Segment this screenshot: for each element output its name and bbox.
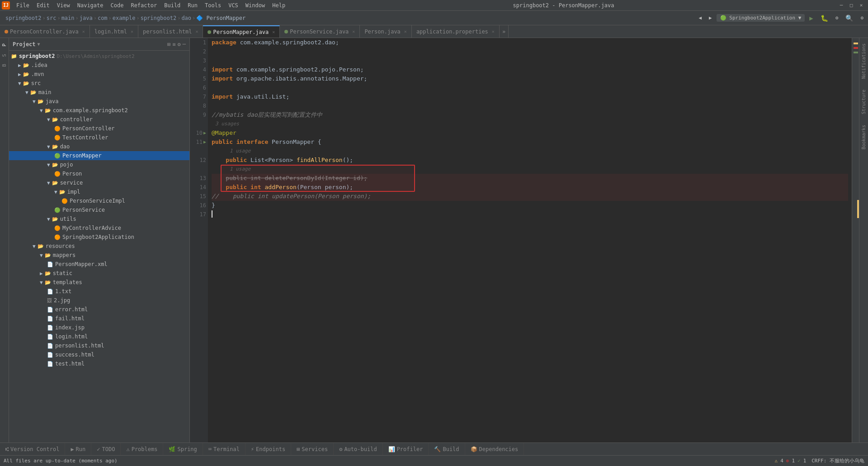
menu-window[interactable]: Window xyxy=(242,1,269,10)
settings-button[interactable]: ⚙ xyxy=(858,14,866,22)
tab-personlist-html[interactable]: personlist.html ✕ xyxy=(138,25,203,38)
tree-mvn[interactable]: ▶ 📂 .mvn xyxy=(9,70,189,79)
toolbar-back-button[interactable]: ◀ xyxy=(696,14,704,22)
tree-1-txt[interactable]: 📄 1.txt xyxy=(9,287,189,296)
tree-my-controller-advice[interactable]: 🟠 MyControllerAdvice xyxy=(9,223,189,233)
tree-com-example-springboot2[interactable]: ▼ 📂 com.example.springboot2 xyxy=(9,106,189,115)
sync-icon[interactable]: ⊞ xyxy=(167,41,170,48)
tab-close-icon[interactable]: ✕ xyxy=(195,29,198,34)
menu-refactor[interactable]: Refactor xyxy=(127,1,160,10)
tree-main[interactable]: ▼ 📂 main xyxy=(9,88,189,97)
sidebar-bookmarks-icon[interactable]: B xyxy=(0,60,8,71)
bottom-tab-auto-build[interactable]: ⚙ Auto-build xyxy=(334,443,382,455)
bottom-tab-run[interactable]: ▶ Run xyxy=(65,443,91,455)
tree-mappers[interactable]: ▼ 📂 mappers xyxy=(9,251,189,260)
tree-templates[interactable]: ▼ 📂 templates xyxy=(9,278,189,287)
tab-application-properties[interactable]: application.properties ✕ xyxy=(412,25,500,38)
tab-person-controller[interactable]: PersonController.java ✕ xyxy=(0,25,90,38)
bottom-tab-services[interactable]: ⊞ Services xyxy=(291,443,334,455)
tree-person-mapper[interactable]: 🟢 PersonMapper xyxy=(9,151,189,160)
tree-personlist-html[interactable]: 📄 personlist.html xyxy=(9,341,189,350)
menu-file[interactable]: File xyxy=(13,1,33,10)
tree-impl[interactable]: ▼ 📂 impl xyxy=(9,187,189,196)
bottom-tab-todo[interactable]: ✓ TODO xyxy=(91,443,121,455)
tree-controller[interactable]: ▼ 📂 controller xyxy=(9,115,189,124)
breadcrumb-dao[interactable]: dao xyxy=(181,15,191,21)
bottom-tab-version-control[interactable]: ⑆ Version Control xyxy=(0,443,65,455)
bottom-tab-terminal[interactable]: ⌨ Terminal xyxy=(203,443,245,455)
toolbar-forward-button[interactable]: ▶ xyxy=(706,14,715,22)
menu-run[interactable]: Run xyxy=(184,1,201,10)
tree-idea[interactable]: ▶ 📂 .idea xyxy=(9,61,189,70)
code-editor[interactable]: package com.example.springboot2.dao; imp… xyxy=(208,38,852,442)
panel-minimize-icon[interactable]: ─ xyxy=(183,41,186,48)
breadcrumb-project[interactable]: springboot2 xyxy=(5,15,41,21)
menu-edit[interactable]: Edit xyxy=(33,1,53,10)
tree-test-html[interactable]: 📄 test.html xyxy=(9,359,189,368)
run-config-dropdown[interactable]: 🟢 Springboot2Application ▼ xyxy=(717,14,805,22)
minimize-button[interactable]: ─ xyxy=(838,2,844,9)
toolbar-more-buttons[interactable]: ⚙ xyxy=(833,14,841,22)
bottom-tab-dependencies[interactable]: 📦 Dependencies xyxy=(465,443,524,455)
tree-login-html[interactable]: 📄 login.html xyxy=(9,332,189,341)
tree-person-service[interactable]: 🟢 PersonService xyxy=(9,205,189,214)
tab-close-icon[interactable]: ✕ xyxy=(131,29,133,34)
tree-index-jsp[interactable]: 📄 index.jsp xyxy=(9,323,189,332)
menu-code[interactable]: Code xyxy=(107,1,127,10)
error-indicators[interactable]: ⚠ 4 ⊗ 1 ✓ 1 xyxy=(775,458,807,464)
collapse-all-icon[interactable]: ≡ xyxy=(172,41,175,48)
breadcrumb-com[interactable]: com xyxy=(98,15,108,21)
bottom-tab-profiler[interactable]: 📊 Profiler xyxy=(383,443,429,455)
sidebar-structure-icon[interactable]: S xyxy=(0,50,8,61)
breadcrumb-java[interactable]: java xyxy=(80,15,93,21)
tab-close-icon[interactable]: ✕ xyxy=(82,29,85,34)
tab-close-icon[interactable]: ✕ xyxy=(352,29,355,34)
tree-java[interactable]: ▼ 📂 java xyxy=(9,97,189,106)
menu-navigate[interactable]: Navigate xyxy=(74,1,107,10)
bottom-tab-endpoints[interactable]: ⚡ Endpoints xyxy=(245,443,291,455)
tree-pojo[interactable]: ▼ 📂 pojo xyxy=(9,160,189,169)
bottom-tab-problems[interactable]: ⚠ Problems xyxy=(121,443,163,455)
tree-static[interactable]: ▶ 📂 static xyxy=(9,269,189,278)
structure-icon[interactable]: Structure xyxy=(860,86,867,118)
menu-vcs[interactable]: VCS xyxy=(225,1,242,10)
search-button[interactable]: 🔍 xyxy=(843,14,856,23)
tab-close-icon[interactable]: ✕ xyxy=(492,29,495,34)
notification-icon[interactable]: Notifications xyxy=(860,40,867,82)
tree-springboot2-application[interactable]: 🟠 Springboot2Application xyxy=(9,233,189,242)
menu-build[interactable]: Build xyxy=(160,1,184,10)
tab-person-service[interactable]: PersonService.java ✕ xyxy=(280,25,360,38)
breadcrumb-example[interactable]: example xyxy=(113,15,136,21)
tree-person-mapper-xml[interactable]: 📄 PersonMapper.xml xyxy=(9,260,189,269)
tree-service[interactable]: ▼ 📂 service xyxy=(9,178,189,187)
tree-2-jpg[interactable]: 🖼 2.jpg xyxy=(9,296,189,305)
panel-settings-icon[interactable]: ⚙ xyxy=(178,41,181,48)
tree-root[interactable]: 📁 springboot2 D:\Users\Admin\springboot2 xyxy=(9,52,189,61)
bookmarks-icon[interactable]: Bookmarks xyxy=(860,121,867,153)
tree-src[interactable]: ▼ 📂 src xyxy=(9,79,189,88)
tab-person-mapper[interactable]: PersonMapper.java ✕ xyxy=(203,25,280,38)
tree-success-html[interactable]: 📄 success.html xyxy=(9,350,189,359)
tab-close-icon[interactable]: ✕ xyxy=(404,29,407,34)
bottom-tab-spring[interactable]: 🌿 Spring xyxy=(163,443,203,455)
breadcrumb-src[interactable]: src xyxy=(47,15,57,21)
bottom-tab-build[interactable]: 🔨 Build xyxy=(429,443,465,455)
maximize-button[interactable]: □ xyxy=(848,2,854,9)
debug-button[interactable]: 🐛 xyxy=(818,14,831,23)
tree-test-controller[interactable]: 🟠 TestController xyxy=(9,133,189,142)
menu-help[interactable]: Help xyxy=(269,1,289,10)
tab-close-icon[interactable]: ✕ xyxy=(272,29,275,34)
sidebar-project-icon[interactable]: P xyxy=(0,40,8,50)
menu-view[interactable]: View xyxy=(53,1,74,10)
tree-error-html[interactable]: 📄 error.html xyxy=(9,305,189,314)
tree-person[interactable]: 🟠 Person xyxy=(9,169,189,178)
tree-dao[interactable]: ▼ 📂 dao xyxy=(9,142,189,151)
tree-person-service-impl[interactable]: 🟠 PersonServiceImpl xyxy=(9,196,189,205)
breadcrumb-main[interactable]: main xyxy=(61,15,75,21)
tab-login-html[interactable]: login.html ✕ xyxy=(90,25,138,38)
tree-utils[interactable]: ▼ 📂 utils xyxy=(9,214,189,223)
tree-fail-html[interactable]: 📄 fail.html xyxy=(9,314,189,323)
tab-person-java[interactable]: Person.java ✕ xyxy=(360,25,412,38)
tree-person-controller[interactable]: 🟠 PersonController xyxy=(9,124,189,133)
tree-resources[interactable]: ▼ 📂 resources xyxy=(9,242,189,251)
